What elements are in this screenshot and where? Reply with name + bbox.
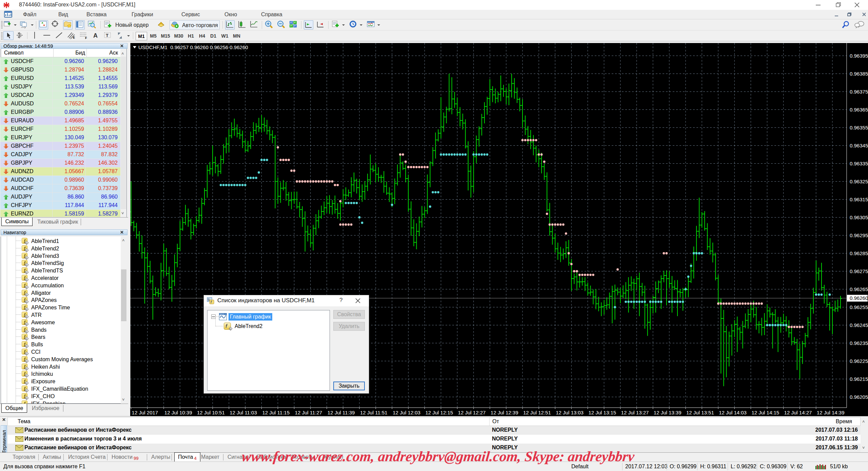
svg-text:12 Jul 13:39: 12 Jul 13:39 — [654, 410, 682, 415]
svg-text:0.96315: 0.96315 — [850, 197, 868, 202]
svg-text:0.96305: 0.96305 — [850, 214, 868, 220]
svg-text:0.96325: 0.96325 — [850, 179, 868, 184]
svg-text:USDCHF,M1 0.96257 0.96260 0.9: USDCHF,M1 0.96257 0.96260 0.96256 0.9626… — [138, 44, 248, 50]
svg-text:12 Jul 14:39: 12 Jul 14:39 — [817, 410, 845, 415]
svg-text:12 Jul 14:15: 12 Jul 14:15 — [751, 410, 779, 415]
svg-text:0.96205: 0.96205 — [850, 394, 868, 400]
svg-text:12 Jul 2017: 12 Jul 2017 — [132, 410, 158, 415]
svg-text:0.96275: 0.96275 — [850, 268, 868, 274]
svg-text:12 Jul 13:27: 12 Jul 13:27 — [621, 410, 649, 415]
svg-text:12 Jul 10:51: 12 Jul 10:51 — [197, 410, 225, 415]
svg-text:0.96225: 0.96225 — [850, 358, 868, 364]
svg-text:F: F — [85, 36, 87, 39]
svg-text:12 Jul 13:03: 12 Jul 13:03 — [556, 410, 584, 415]
svg-text:0.96265: 0.96265 — [850, 286, 868, 292]
svg-text:12 Jul 11:39: 12 Jul 11:39 — [328, 410, 355, 415]
svg-text:0.96255: 0.96255 — [850, 304, 868, 310]
svg-text:0.96385: 0.96385 — [850, 71, 868, 77]
svg-text:12 Jul 12:03: 12 Jul 12:03 — [393, 410, 420, 415]
svg-text:12 Jul 10:39: 12 Jul 10:39 — [164, 410, 192, 415]
svg-text:12 Jul 14:03: 12 Jul 14:03 — [719, 410, 747, 415]
svg-text:12 Jul 12:51: 12 Jul 12:51 — [523, 410, 551, 415]
svg-text:0.96235: 0.96235 — [850, 340, 868, 346]
svg-text:0.96375: 0.96375 — [850, 89, 868, 95]
svg-text:T: T — [106, 33, 108, 38]
svg-text:12 Jul 11:15: 12 Jul 11:15 — [262, 410, 290, 415]
svg-text:0.96395: 0.96395 — [850, 53, 868, 59]
svg-text:12 Jul 13:51: 12 Jul 13:51 — [686, 410, 714, 415]
svg-text:0.96335: 0.96335 — [850, 161, 868, 166]
svg-text:12 Jul 13:15: 12 Jul 13:15 — [588, 410, 616, 415]
svg-text:0.96295: 0.96295 — [850, 232, 868, 238]
svg-text:0.96345: 0.96345 — [850, 143, 868, 148]
svg-text:A: A — [93, 32, 98, 39]
svg-text:0.96285: 0.96285 — [850, 250, 868, 256]
svg-text:E: E — [73, 36, 75, 39]
svg-text:0.96215: 0.96215 — [850, 376, 868, 382]
svg-text:12 Jul 12:15: 12 Jul 12:15 — [425, 410, 453, 415]
svg-text:12 Jul 11:03: 12 Jul 11:03 — [230, 410, 257, 415]
svg-text:0.96245: 0.96245 — [850, 322, 868, 328]
svg-text:12 Jul 12:39: 12 Jul 12:39 — [491, 410, 518, 415]
svg-text:12 Jul 11:51: 12 Jul 11:51 — [360, 410, 388, 415]
svg-text:12 Jul 14:27: 12 Jul 14:27 — [784, 410, 812, 415]
svg-text:12 Jul 12:27: 12 Jul 12:27 — [458, 410, 486, 415]
svg-text:12 Jul 11:27: 12 Jul 11:27 — [295, 410, 322, 415]
svg-text:0.96355: 0.96355 — [850, 125, 868, 130]
svg-text:0.96365: 0.96365 — [850, 107, 868, 112]
svg-text:0.96260: 0.96260 — [850, 295, 868, 301]
